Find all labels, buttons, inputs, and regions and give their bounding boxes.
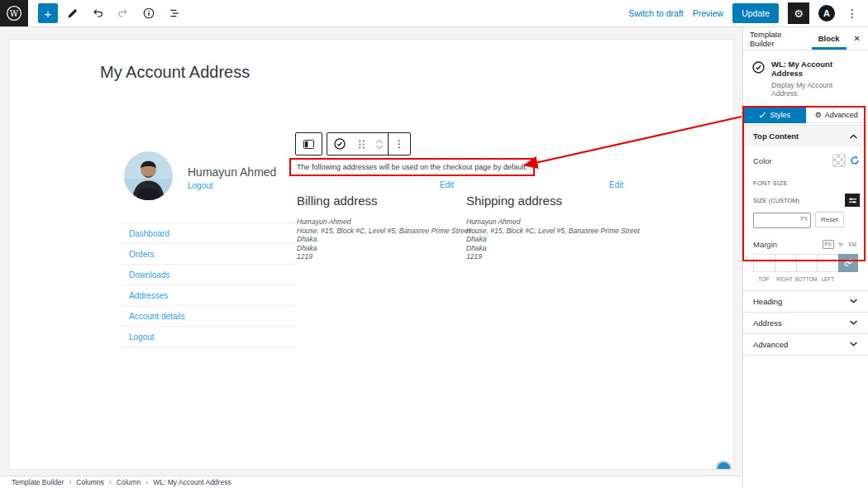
gear-icon: ⚙	[815, 111, 822, 119]
unit-percent[interactable]: %	[837, 241, 845, 248]
wordpress-logo-icon[interactable]: W	[0, 0, 28, 26]
breadcrumb-current-block[interactable]: WL: My Account Address	[153, 478, 231, 486]
reset-size-button[interactable]: Reset	[815, 212, 844, 227]
account-nav-downloads[interactable]: Downloads	[121, 264, 297, 285]
pencil-icon	[66, 7, 79, 20]
undo-button[interactable]	[86, 2, 109, 25]
block-movers	[371, 133, 388, 155]
block-type-button[interactable]	[327, 133, 352, 155]
panel-advanced: Advanced	[743, 333, 868, 356]
billing-address-column: Edit Billing address Humayun Ahmed House…	[297, 180, 454, 261]
shipping-address-lines: Humayun Ahmed House. #15, Block #C, Leve…	[466, 218, 623, 261]
plugin-logo-icon[interactable]: A	[818, 5, 835, 22]
size-settings-button[interactable]	[845, 194, 860, 207]
link-icon	[844, 258, 853, 267]
account-nav-addresses[interactable]: Addresses	[121, 285, 297, 305]
block-inserter-button[interactable]: +	[38, 3, 58, 23]
settings-sidebar: Template Builder Block ✕ WL: My Account …	[742, 27, 868, 488]
px-unit-suffix: PX	[800, 216, 808, 222]
panel-heading-header[interactable]: Heading	[743, 291, 868, 312]
shipping-address-heading: Shipping address	[466, 194, 623, 208]
wordpress-editor-screen: W + Switch to draft Preview Update ⚙	[0, 0, 868, 488]
page-title: My Account Address	[100, 63, 250, 82]
drag-handle[interactable]	[352, 133, 371, 155]
list-view-icon	[168, 7, 181, 20]
select-parent-column-button[interactable]	[296, 133, 322, 155]
account-user-name: Humayun Ahmed	[188, 165, 276, 179]
chevron-down-icon	[849, 320, 858, 325]
shipping-edit-link[interactable]: Edit	[466, 180, 623, 189]
billing-address-heading: Billing address	[297, 194, 454, 208]
brush-icon	[759, 111, 766, 118]
breadcrumb-separator: ›	[145, 478, 148, 486]
settings-gear-button[interactable]: ⚙	[788, 2, 809, 24]
panel-address-header[interactable]: Address	[743, 313, 868, 333]
breadcrumb-template-builder[interactable]: Template Builder	[12, 478, 64, 486]
margin-top-input[interactable]	[753, 254, 775, 272]
close-icon: ✕	[854, 34, 861, 43]
tools-pencil-button[interactable]	[60, 2, 83, 25]
margin-right-input[interactable]	[775, 254, 796, 272]
close-sidebar-button[interactable]: ✕	[847, 27, 868, 50]
gear-icon: ⚙	[794, 8, 804, 19]
checkout-notice-annotated[interactable]: The following addresses will be used on …	[289, 158, 535, 176]
user-avatar	[124, 151, 173, 200]
margin-label: Margin	[753, 240, 777, 249]
avatar-logout-link[interactable]: Logout	[188, 181, 213, 190]
redo-icon	[117, 7, 130, 20]
reset-color-icon[interactable]	[850, 155, 860, 165]
plus-icon: +	[45, 7, 52, 20]
margin-side-labels: TOP RIGHT BOTTOM LEFT	[753, 276, 858, 282]
block-card-title: WL: My Account Address	[771, 60, 861, 78]
sliders-icon	[848, 197, 857, 204]
panel-address: Address	[743, 312, 868, 333]
margin-section: Margin PX % EM TO	[743, 228, 868, 290]
panel-advanced-header[interactable]: Advanced	[743, 334, 868, 355]
account-nav-logout[interactable]: Logout	[121, 326, 297, 347]
list-view-button[interactable]	[163, 2, 186, 25]
size-custom-row: SIZE (CUSTOM)	[743, 187, 868, 207]
billing-edit-link[interactable]: Edit	[297, 180, 454, 189]
panel-top-content-header[interactable]: Top Content	[743, 126, 868, 146]
unit-px[interactable]: PX	[823, 240, 834, 249]
margin-left-input[interactable]	[817, 254, 838, 272]
account-nav-orders[interactable]: Orders	[121, 243, 297, 264]
move-up-icon[interactable]	[375, 139, 384, 144]
preview-link[interactable]: Preview	[693, 8, 723, 18]
kebab-icon: ⋮	[394, 138, 404, 150]
chevron-down-icon	[849, 342, 858, 347]
drag-dots-icon	[358, 139, 365, 150]
options-menu-button[interactable]: ⋮	[844, 7, 861, 20]
unit-em[interactable]: EM	[847, 241, 858, 248]
account-nav-dashboard[interactable]: Dashboard	[121, 222, 297, 243]
breadcrumb-column[interactable]: Column	[117, 478, 141, 486]
block-breadcrumb: Template Builder › Columns › Column › WL…	[0, 476, 742, 488]
panel-top-content: Top Content Color FONT SIZE SIZE (CUSTOM…	[743, 125, 868, 290]
circle-check-block-icon	[333, 137, 346, 151]
margin-inputs	[753, 254, 858, 272]
help-bubble-button[interactable]	[716, 461, 732, 470]
account-nav-account-details[interactable]: Account details	[121, 305, 297, 326]
breadcrumb-separator: ›	[109, 478, 112, 486]
update-button[interactable]: Update	[732, 3, 779, 23]
block-options-button[interactable]: ⋮	[389, 133, 410, 155]
advanced-mode-button[interactable]: ⚙ Advanced	[806, 106, 868, 123]
link-values-button[interactable]	[838, 254, 858, 272]
breadcrumb-separator: ›	[69, 478, 71, 486]
shipping-address-column: Edit Shipping address Humayun Ahmed Hous…	[466, 180, 623, 261]
tab-block[interactable]: Block	[812, 27, 847, 50]
editor-content-area: My Account Address Humayun Ahmed Logout …	[0, 27, 742, 476]
color-swatch[interactable]	[832, 154, 846, 167]
block-card: WL: My Account Address Display My Accoun…	[743, 50, 868, 105]
details-button[interactable]	[137, 2, 160, 25]
move-down-icon[interactable]	[375, 145, 384, 150]
switch-to-draft-link[interactable]: Switch to draft	[628, 8, 684, 18]
tab-template-builder[interactable]: Template Builder	[743, 27, 812, 50]
styles-advanced-toggle: Styles ⚙ Advanced	[744, 106, 867, 123]
styles-mode-button[interactable]: Styles	[744, 106, 806, 123]
color-setting-row: Color	[743, 146, 868, 173]
chevron-down-icon	[849, 299, 858, 304]
redo-button[interactable]	[112, 2, 135, 25]
margin-bottom-input[interactable]	[796, 254, 818, 272]
breadcrumb-columns[interactable]: Columns	[76, 478, 104, 486]
